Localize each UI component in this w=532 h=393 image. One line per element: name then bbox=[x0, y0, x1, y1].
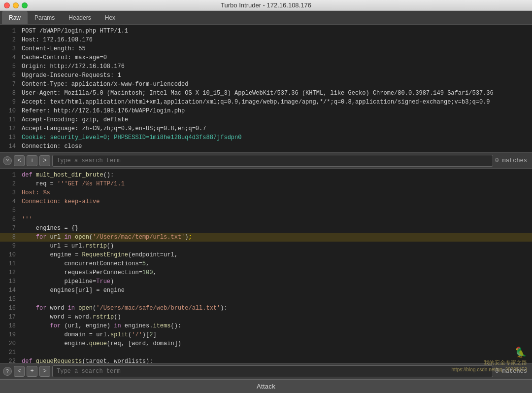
close-button[interactable] bbox=[4, 2, 10, 8]
table-row: 20 engine.queue(req, [word, domain]) bbox=[0, 339, 532, 348]
script-editor: 1 def mult_host_dir_brute(): 2 req = '''… bbox=[0, 169, 532, 363]
next-match-button[interactable]: > bbox=[39, 155, 50, 166]
table-row: 14 Connection: close bbox=[0, 142, 532, 151]
table-row: 4 Connection: keep-alive bbox=[0, 197, 532, 206]
table-row: 8 User-Agent: Mozilla/5.0 (Macintosh; In… bbox=[0, 89, 532, 98]
maximize-button[interactable] bbox=[22, 2, 28, 8]
top-matches-label: 0 matches bbox=[495, 157, 529, 164]
table-row: 2 Host: 172.16.108.176 bbox=[0, 36, 532, 44]
table-row: 13 pipeline=True) bbox=[0, 277, 532, 286]
bottom-help-button[interactable]: ? bbox=[3, 367, 12, 376]
bottom-search-input[interactable] bbox=[52, 365, 493, 377]
tab-headers[interactable]: Headers bbox=[62, 11, 98, 24]
bottom-add-button[interactable]: + bbox=[27, 366, 37, 377]
prev-match-button[interactable]: < bbox=[14, 155, 25, 166]
help-button[interactable]: ? bbox=[3, 156, 12, 165]
table-row: 19 domain = url.split('/')[2] bbox=[0, 330, 532, 339]
table-row: 9 url = url.rstrip() bbox=[0, 242, 532, 250]
table-row: 7 engines = {} bbox=[0, 224, 532, 233]
table-row: 9 Accept: text/html,application/xhtml+xm… bbox=[0, 98, 532, 107]
table-row: 6 Upgrade-Insecure-Requests: 1 bbox=[0, 71, 532, 80]
add-match-button[interactable]: + bbox=[27, 155, 37, 166]
http-request: 1 POST /bWAPP/login.php HTTP/1.1 2 Host:… bbox=[0, 25, 532, 153]
table-row: 3 Host: %s bbox=[0, 188, 532, 197]
table-row: 6 ''' bbox=[0, 215, 532, 224]
table-row: 12 requestsPerConnection=100, bbox=[0, 268, 532, 277]
table-row: 12 Accept-Language: zh-CN,zh;q=0.9,en-US… bbox=[0, 124, 532, 133]
table-row: 10 engine = RequestEngine(endpoint=url, bbox=[0, 250, 532, 259]
minimize-button[interactable] bbox=[13, 2, 19, 8]
table-row: 1 def mult_host_dir_brute(): bbox=[0, 171, 532, 179]
top-search-input[interactable] bbox=[52, 155, 493, 167]
table-row: 3 Content-Length: 55 bbox=[0, 44, 532, 53]
table-row: 8 for url in open('/Users/mac/temp/urls.… bbox=[0, 233, 532, 242]
table-row: 11 Accept-Encoding: gzip, deflate bbox=[0, 115, 532, 124]
table-row: 14 engines[url] = engine bbox=[0, 286, 532, 295]
attack-button[interactable]: Attack bbox=[257, 383, 275, 390]
table-row: 13 Cookie: security_level=0; PHPSESSID=1… bbox=[0, 133, 532, 142]
table-row: 5 Origin: http://172.16.108.176 bbox=[0, 62, 532, 71]
top-panel: 1 POST /bWAPP/login.php HTTP/1.1 2 Host:… bbox=[0, 25, 532, 153]
tab-raw[interactable]: Raw bbox=[2, 11, 28, 24]
table-row: 15 bbox=[0, 151, 532, 153]
table-row: 7 Content-Type: application/x-www-form-u… bbox=[0, 80, 532, 89]
table-row: 18 for (url, engine) in engines.items(): bbox=[0, 322, 532, 330]
table-row: 5 bbox=[0, 206, 532, 215]
table-row: 2 req = '''GET /%s HTTP/1.1 bbox=[0, 179, 532, 188]
table-row: 21 bbox=[0, 348, 532, 357]
attack-bar: Attack bbox=[0, 379, 532, 393]
top-search-bar: ? < + > 0 matches bbox=[0, 153, 532, 169]
bottom-prev-button[interactable]: < bbox=[14, 366, 25, 377]
table-row: 11 concurrentConnections=5, bbox=[0, 259, 532, 268]
bottom-next-button[interactable]: > bbox=[39, 366, 50, 377]
tabs-bar: Raw Params Headers Hex bbox=[0, 11, 532, 25]
table-row: 4 Cache-Control: max-age=0 bbox=[0, 53, 532, 62]
table-row: 17 word = word.rstrip() bbox=[0, 313, 532, 322]
title-bar: Turbo Intruder - 172.16.108.176 bbox=[0, 0, 532, 11]
bottom-panel: 1 def mult_host_dir_brute(): 2 req = '''… bbox=[0, 169, 532, 363]
table-row: 16 for word in open('/Users/mac/safe/web… bbox=[0, 304, 532, 313]
table-row: 1 POST /bWAPP/login.php HTTP/1.1 bbox=[0, 27, 532, 36]
table-row: 15 bbox=[0, 295, 532, 304]
tab-params[interactable]: Params bbox=[28, 11, 62, 24]
table-row: 10 Referer: http://172.16.108.176/bWAPP/… bbox=[0, 107, 532, 115]
table-row: 22 def queueRequests(target, wordlists): bbox=[0, 357, 532, 363]
tab-hex[interactable]: Hex bbox=[98, 11, 122, 24]
traffic-lights bbox=[4, 2, 28, 8]
bottom-matches-label: 0 matches bbox=[495, 368, 529, 375]
bottom-search-bar: ? < + > 0 matches bbox=[0, 363, 532, 379]
window-title: Turbo Intruder - 172.16.108.176 bbox=[221, 1, 311, 9]
